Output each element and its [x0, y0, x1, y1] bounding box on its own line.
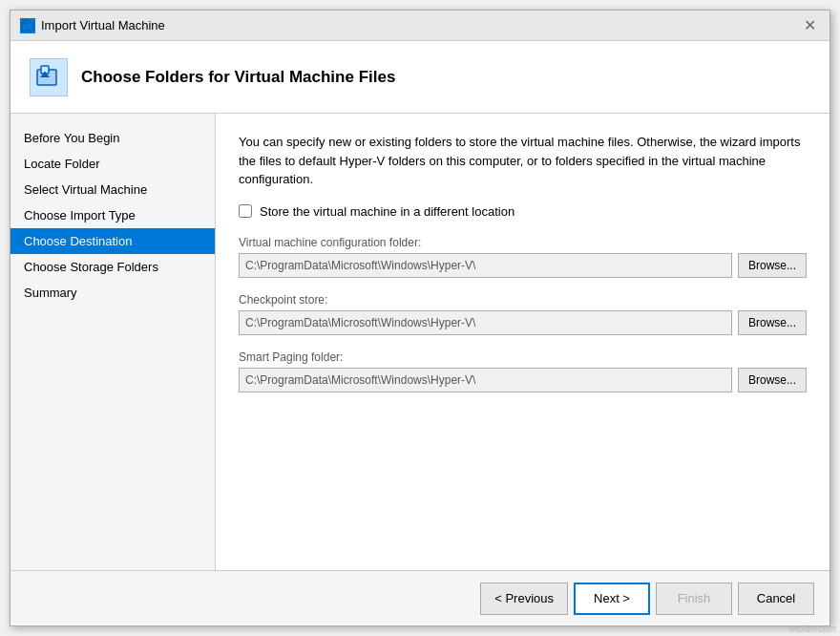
sidebar-item-choose-storage-folders[interactable]: Choose Storage Folders [10, 254, 215, 280]
content-area: You can specify new or existing folders … [216, 114, 830, 570]
sidebar: Before You BeginLocate FolderSelect Virt… [10, 114, 216, 570]
vm-config-browse-button[interactable]: Browse... [738, 253, 807, 278]
sidebar-item-select-virtual-machine[interactable]: Select Virtual Machine [10, 177, 215, 202]
svg-rect-1 [24, 20, 28, 24]
smart-paging-folder-group: Smart Paging folder: Browse... [239, 350, 807, 392]
watermark: wsxdn.com [788, 624, 836, 634]
header-section: Choose Folders for Virtual Machine Files [10, 41, 830, 114]
title-bar: Import Virtual Machine ✕ [10, 11, 830, 41]
store-different-location-label[interactable]: Store the virtual machine in a different… [260, 204, 514, 219]
checkpoint-store-row: Browse... [239, 310, 807, 335]
footer: < Previous Next > Finish Cancel [10, 570, 830, 625]
cancel-button[interactable]: Cancel [738, 583, 814, 615]
sidebar-item-locate-folder[interactable]: Locate Folder [10, 151, 215, 177]
sidebar-item-summary[interactable]: Summary [10, 280, 215, 306]
sidebar-item-choose-destination[interactable]: Choose Destination [10, 228, 215, 254]
sidebar-item-before-you-begin[interactable]: Before You Begin [10, 125, 215, 151]
smart-paging-folder-label: Smart Paging folder: [239, 350, 807, 364]
import-vm-dialog: Import Virtual Machine ✕ Choose Folders … [10, 10, 830, 626]
vm-config-folder-input[interactable] [239, 253, 732, 278]
header-title: Choose Folders for Virtual Machine Files [81, 68, 395, 87]
checkpoint-store-input[interactable] [239, 310, 732, 335]
previous-button[interactable]: < Previous [480, 583, 568, 615]
checkpoint-store-label: Checkpoint store: [239, 293, 807, 307]
dialog-icon [20, 18, 35, 33]
finish-button[interactable]: Finish [656, 583, 732, 615]
title-bar-left: Import Virtual Machine [20, 18, 165, 33]
body: Before You BeginLocate FolderSelect Virt… [10, 114, 830, 570]
checkbox-row: Store the virtual machine in a different… [239, 204, 807, 219]
content-description: You can specify new or existing folders … [239, 133, 807, 189]
close-button[interactable]: ✕ [800, 18, 820, 33]
smart-paging-folder-input[interactable] [239, 368, 732, 392]
store-different-location-checkbox[interactable] [239, 204, 252, 218]
sidebar-item-choose-import-type[interactable]: Choose Import Type [10, 202, 215, 228]
next-button[interactable]: Next > [574, 583, 650, 615]
vm-config-folder-label: Virtual machine configuration folder: [239, 236, 807, 249]
vm-config-folder-group: Virtual machine configuration folder: Br… [239, 236, 807, 278]
dialog-title: Import Virtual Machine [41, 18, 165, 32]
checkpoint-store-group: Checkpoint store: Browse... [239, 293, 807, 335]
smart-paging-folder-row: Browse... [239, 368, 807, 392]
smart-paging-browse-button[interactable]: Browse... [738, 368, 807, 392]
vm-config-folder-row: Browse... [239, 253, 807, 278]
header-icon [30, 58, 68, 96]
checkpoint-browse-button[interactable]: Browse... [738, 310, 807, 335]
